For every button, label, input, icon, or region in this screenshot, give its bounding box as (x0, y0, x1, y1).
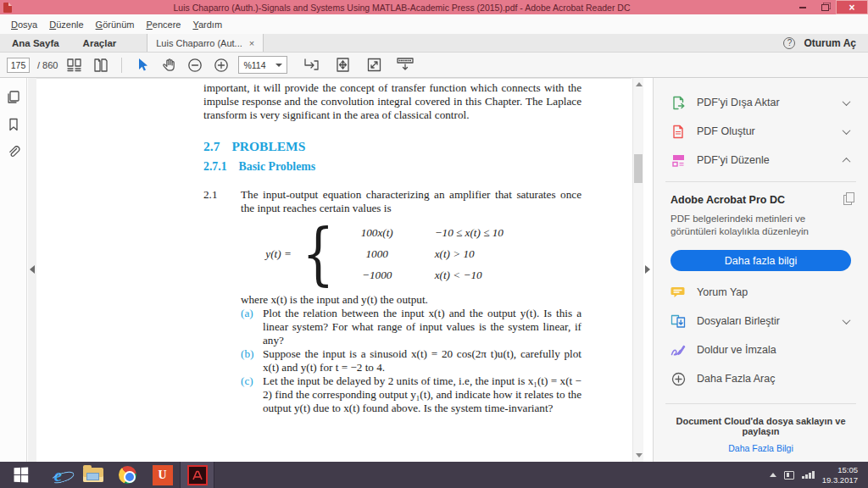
network-signal-icon[interactable] (802, 471, 815, 479)
fit-page-icon[interactable] (333, 56, 352, 75)
section-title: PROBLEMS (231, 139, 305, 153)
taskbar-acrobat[interactable] (180, 462, 214, 488)
tool-label: PDF'yi Dışa Aktar (697, 97, 843, 108)
scroll-up-icon[interactable] (636, 82, 643, 86)
equation-condition: x(t) < −10 (413, 269, 548, 282)
part-text: Plot the relation between the input x(t)… (263, 307, 581, 347)
part-label: (b) (241, 347, 253, 361)
comment-icon (670, 285, 686, 300)
left-navigation-rail (0, 78, 27, 462)
page-number-input[interactable] (7, 58, 30, 73)
zoom-in-icon[interactable] (212, 56, 231, 75)
windows-logo-icon (14, 468, 28, 483)
show-hidden-icons[interactable] (770, 473, 776, 477)
part-text: Suppose the input is a sinusoid x(t) = 2… (263, 347, 581, 374)
hand-tool-icon[interactable] (159, 56, 178, 75)
problem-intro: The input-output equation characterizing… (241, 188, 581, 215)
attachments-panel-icon[interactable] (6, 144, 21, 159)
help-icon[interactable]: ? (783, 37, 795, 49)
tool-label: Yorum Yap (697, 286, 849, 298)
edit-pdf-icon (670, 152, 686, 168)
taskbar-file-explorer[interactable] (75, 462, 110, 488)
main-area: important, it will provide the concept o… (0, 78, 868, 462)
panel-divider (665, 181, 856, 182)
tool-label: PDF Oluştur (697, 125, 843, 137)
start-button[interactable] (0, 462, 41, 488)
sign-in-button[interactable]: Oturum Aç (804, 37, 856, 49)
chevron-down-icon[interactable] (843, 126, 851, 135)
tool-create-pdf[interactable]: PDF Oluştur (654, 117, 868, 146)
tools-panel: PDF'yi Dışa Aktar PDF Oluştur PDF'yi Düz… (653, 78, 868, 462)
part-text: Let the input be delayed by 2 units of t… (263, 374, 581, 414)
fullscreen-icon[interactable] (364, 56, 383, 75)
learn-more-button[interactable]: Daha fazla bilgi (670, 250, 851, 271)
window-title: Luis Chaparro (Auth.)-Signals and System… (12, 3, 792, 13)
menu-bar: Dosya Düzenle Görünüm Pencere Yardım (0, 14, 868, 34)
tab-close-icon[interactable]: × (249, 38, 254, 48)
expand-right-panel-icon[interactable] (645, 265, 650, 274)
scroll-down-icon[interactable] (636, 453, 643, 458)
taskbar-clock[interactable]: 15:05 19.3.2017 (822, 465, 861, 485)
taskbar-chrome[interactable] (110, 462, 145, 488)
tool-label: Dosyaları Birleştir (697, 315, 843, 327)
acrobat-pro-promo: Adobe Acrobat Pro DC PDF belgelerindeki … (654, 189, 868, 278)
page-thumbnails-panel-icon[interactable] (6, 90, 21, 105)
taskbar-orange-app[interactable]: U (145, 462, 180, 488)
tool-comment[interactable]: Yorum Yap (654, 278, 868, 307)
zoom-level-select[interactable]: %114 (238, 56, 287, 74)
subsection-title: Basic Problems (239, 160, 316, 173)
page-thumbnails-icon[interactable] (65, 56, 84, 75)
tab-document-label: Luis Chaparro (Aut... (156, 38, 242, 48)
vertical-scrollbar[interactable] (632, 78, 643, 462)
chevron-down-icon[interactable] (843, 316, 851, 324)
menu-gorunum[interactable]: Görünüm (90, 17, 141, 32)
chrome-icon (119, 466, 136, 484)
equation-condition: x(t) > 10 (413, 247, 548, 261)
file-explorer-icon (83, 468, 103, 482)
zoom-out-icon[interactable] (186, 56, 204, 75)
more-info-link[interactable]: Daha Fazla Bilgi (654, 443, 868, 453)
scrolling-mode-icon[interactable] (302, 56, 320, 75)
menu-yardim[interactable]: Yardım (186, 17, 228, 32)
bookmarks-panel-icon[interactable] (6, 117, 21, 132)
equation-brace: { (302, 220, 334, 288)
tab-tools[interactable]: Araçlar (71, 34, 129, 52)
problem-number: 2.1 (203, 188, 217, 202)
equation-row: 1000 x(t) > 10 (342, 247, 548, 261)
menu-duzenle[interactable]: Düzenle (43, 17, 89, 32)
two-page-view-icon[interactable] (92, 56, 110, 75)
tab-document[interactable]: Luis Chaparro (Aut... × (147, 34, 264, 52)
document-cloud-text: Document Cloud'da dosya saklayın ve payl… (654, 416, 868, 436)
power-status-icon[interactable] (784, 471, 794, 480)
close-button[interactable] (836, 0, 868, 14)
tool-edit-pdf[interactable]: PDF'yi Düzenle (654, 146, 868, 175)
tool-more-tools[interactable]: Daha Fazla Araç (654, 364, 868, 393)
zoom-caret-icon (275, 64, 282, 67)
select-tool-icon[interactable] (133, 56, 152, 75)
minimize-button[interactable] (792, 0, 814, 14)
chevron-up-icon[interactable] (843, 157, 851, 165)
menu-dosya[interactable]: Dosya (5, 17, 43, 32)
problem-part-b: (b) Suppose the input is a sinusoid x(t)… (241, 347, 581, 374)
read-mode-icon[interactable] (396, 56, 415, 75)
taskbar-internet-explorer[interactable]: e (41, 462, 75, 488)
menu-pencere[interactable]: Pencere (140, 17, 186, 32)
internet-explorer-icon: e (54, 467, 62, 484)
collapse-left-panel-icon[interactable] (30, 265, 35, 274)
section-number: 2.7 (203, 139, 220, 153)
scrollbar-thumb[interactable] (634, 154, 643, 183)
panel-footer: Document Cloud'da dosya saklayın ve payl… (654, 403, 868, 462)
tab-home[interactable]: Ana Sayfa (0, 34, 71, 52)
chevron-down-icon[interactable] (843, 97, 851, 106)
tool-fill-sign[interactable]: Doldur ve İmzala (654, 336, 868, 364)
pages-copy-icon (846, 192, 854, 202)
section-heading: 2.7PROBLEMS (203, 140, 581, 153)
tool-combine-files[interactable]: Dosyaları Birleştir (654, 307, 868, 336)
equation-row: 100x(t) −10 ≤ x(t) ≤ 10 (342, 226, 548, 240)
restore-button[interactable] (814, 0, 836, 14)
equation-value: 100x(t) (342, 226, 413, 240)
tool-export-pdf[interactable]: PDF'yi Dışa Aktar (654, 88, 868, 117)
page-total-label: / 860 (37, 60, 58, 70)
more-tools-icon (670, 371, 686, 386)
equation-condition: −10 ≤ x(t) ≤ 10 (413, 226, 548, 240)
